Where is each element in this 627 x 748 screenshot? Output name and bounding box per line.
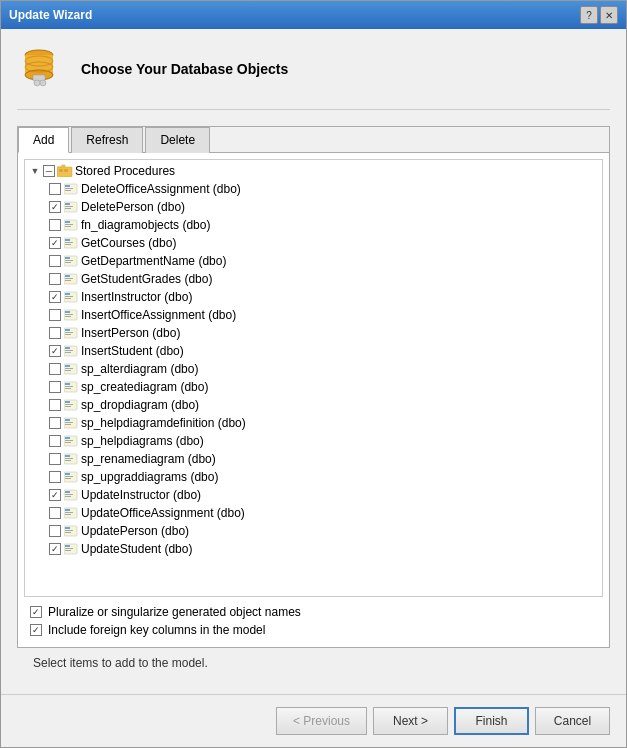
svg-rect-94: [65, 550, 71, 551]
status-bar: Select items to add to the model.: [17, 648, 610, 678]
svg-rect-77: [65, 476, 73, 477]
item-checkbox-10[interactable]: [49, 363, 61, 375]
svg-rect-32: [65, 275, 70, 277]
tree-root-item: ▼: [27, 162, 600, 180]
svg-rect-40: [65, 311, 70, 313]
svg-rect-89: [65, 530, 73, 531]
svg-rect-92: [65, 545, 70, 547]
svg-rect-24: [65, 239, 70, 241]
item-checkbox-11[interactable]: [49, 381, 61, 393]
item-checkbox-17[interactable]: [49, 489, 61, 501]
svg-rect-68: [65, 437, 70, 439]
svg-rect-9: [59, 169, 63, 172]
option-checkbox-1[interactable]: [30, 624, 42, 636]
expand-arrow[interactable]: ▼: [29, 165, 41, 177]
tab-refresh[interactable]: Refresh: [71, 127, 143, 153]
svg-rect-65: [65, 422, 73, 423]
database-icon: [17, 45, 65, 93]
svg-rect-28: [65, 257, 70, 259]
item-checkbox-15[interactable]: [49, 453, 61, 465]
item-checkbox-3[interactable]: [49, 237, 61, 249]
item-checkbox-2[interactable]: [49, 219, 61, 231]
tab-bar: Add Refresh Delete: [18, 127, 609, 153]
item-label-6: InsertInstructor (dbo): [81, 290, 192, 304]
item-checkbox-7[interactable]: [49, 309, 61, 321]
item-checkbox-14[interactable]: [49, 435, 61, 447]
svg-rect-54: [65, 370, 71, 371]
sp-icon: [63, 542, 79, 556]
item-checkbox-5[interactable]: [49, 273, 61, 285]
item-checkbox-18[interactable]: [49, 507, 61, 519]
svg-rect-82: [65, 496, 71, 497]
svg-rect-57: [65, 386, 73, 387]
svg-rect-62: [65, 406, 71, 407]
svg-rect-41: [65, 314, 73, 315]
item-checkbox-20[interactable]: [49, 543, 61, 555]
cancel-button[interactable]: Cancel: [535, 707, 610, 735]
svg-rect-52: [65, 365, 70, 367]
svg-rect-21: [65, 224, 73, 225]
item-checkbox-0[interactable]: [49, 183, 61, 195]
svg-rect-18: [65, 208, 71, 209]
tree-item: sp_creatediagram (dbo): [27, 378, 600, 396]
item-label-11: sp_creatediagram (dbo): [81, 380, 208, 394]
svg-rect-90: [65, 532, 71, 533]
button-bar: < Previous Next > Finish Cancel: [1, 694, 626, 747]
tab-delete[interactable]: Delete: [145, 127, 210, 153]
svg-rect-78: [65, 478, 71, 479]
option-row-0: Pluralize or singularize generated objec…: [30, 605, 597, 619]
item-checkbox-16[interactable]: [49, 471, 61, 483]
item-label-15: sp_renamediagram (dbo): [81, 452, 216, 466]
options-section: Pluralize or singularize generated objec…: [24, 597, 603, 641]
option-checkbox-0[interactable]: [30, 606, 42, 618]
tab-add[interactable]: Add: [18, 127, 69, 153]
sp-icon: [63, 362, 79, 376]
tree-item: sp_renamediagram (dbo): [27, 450, 600, 468]
svg-rect-14: [65, 190, 71, 191]
root-checkbox[interactable]: [43, 165, 55, 177]
tree-item: sp_upgraddiagrams (dbo): [27, 468, 600, 486]
svg-rect-64: [65, 419, 70, 421]
item-checkbox-19[interactable]: [49, 525, 61, 537]
item-checkbox-9[interactable]: [49, 345, 61, 357]
svg-rect-42: [65, 316, 71, 317]
sp-icon: [63, 200, 79, 214]
option-label-1: Include foreign key columns in the model: [48, 623, 265, 637]
item-checkbox-13[interactable]: [49, 417, 61, 429]
svg-rect-69: [65, 440, 73, 441]
item-checkbox-8[interactable]: [49, 327, 61, 339]
previous-button[interactable]: < Previous: [276, 707, 367, 735]
next-button[interactable]: Next >: [373, 707, 448, 735]
sp-icon: [63, 434, 79, 448]
item-checkbox-1[interactable]: [49, 201, 61, 213]
svg-point-7: [40, 80, 46, 86]
item-label-3: GetCourses (dbo): [81, 236, 176, 250]
tree-item: GetCourses (dbo): [27, 234, 600, 252]
svg-rect-38: [65, 298, 71, 299]
tree-item: InsertOfficeAssignment (dbo): [27, 306, 600, 324]
window-title: Update Wizard: [9, 8, 92, 22]
svg-rect-36: [65, 293, 70, 295]
svg-rect-37: [65, 296, 73, 297]
finish-button[interactable]: Finish: [454, 707, 529, 735]
svg-rect-12: [65, 185, 70, 187]
sp-icon: [63, 344, 79, 358]
sp-icon: [63, 452, 79, 466]
content-area: Choose Your Database Objects Add Refresh…: [1, 29, 626, 694]
tree-item: GetDepartmentName (dbo): [27, 252, 600, 270]
sp-icon: [63, 398, 79, 412]
svg-rect-26: [65, 244, 71, 245]
item-checkbox-4[interactable]: [49, 255, 61, 267]
update-wizard-window: Update Wizard ? ✕ Choose Your Da: [0, 0, 627, 748]
sp-icon: [63, 182, 79, 196]
item-checkbox-6[interactable]: [49, 291, 61, 303]
help-button[interactable]: ?: [580, 6, 598, 24]
svg-rect-45: [65, 332, 73, 333]
item-checkbox-12[interactable]: [49, 399, 61, 411]
close-button[interactable]: ✕: [600, 6, 618, 24]
svg-point-6: [34, 80, 40, 86]
svg-rect-60: [65, 401, 70, 403]
svg-rect-16: [65, 203, 70, 205]
tree-container[interactable]: ▼: [24, 159, 603, 597]
sp-icon: [63, 416, 79, 430]
